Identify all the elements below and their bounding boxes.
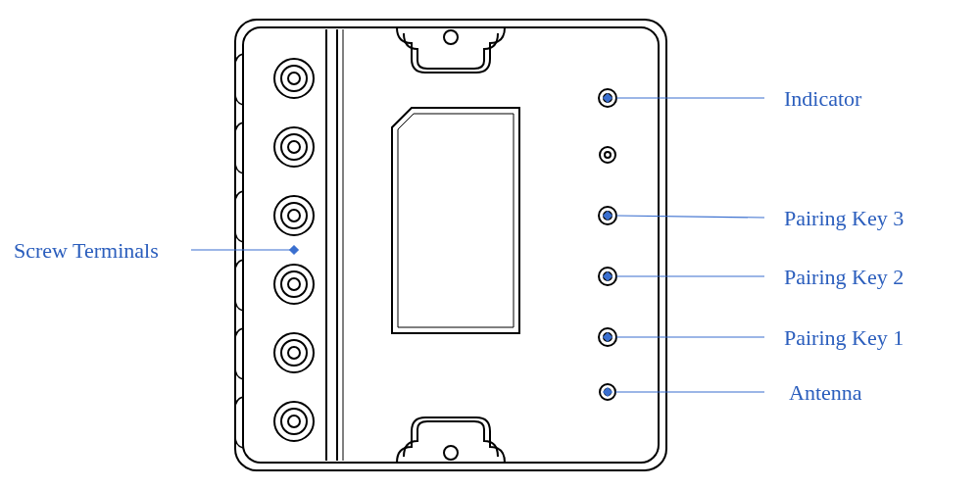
bottom-notch bbox=[397, 417, 505, 463]
screw-terminal-1 bbox=[274, 59, 314, 98]
svg-point-20 bbox=[600, 147, 615, 163]
svg-point-5 bbox=[288, 141, 300, 153]
label-screw-terminals: Screw Terminals bbox=[14, 238, 159, 264]
bottom-notch-inner bbox=[404, 421, 498, 457]
screw-terminal-6 bbox=[274, 402, 314, 441]
bottom-screw-hole bbox=[444, 446, 458, 460]
label-pairing-key-1: Pairing Key 1 bbox=[784, 325, 904, 351]
svg-point-11 bbox=[288, 278, 300, 290]
svg-point-7 bbox=[281, 203, 307, 228]
screw-terminal-2 bbox=[274, 127, 314, 167]
top-notch-inner bbox=[404, 33, 498, 69]
svg-rect-41 bbox=[604, 388, 612, 396]
screw-terminal-4 bbox=[274, 265, 314, 304]
label-antenna: Antenna bbox=[789, 380, 862, 406]
svg-point-10 bbox=[281, 271, 307, 297]
svg-point-14 bbox=[288, 347, 300, 359]
right-side-holes bbox=[599, 89, 616, 400]
svg-point-8 bbox=[288, 210, 300, 221]
svg-point-1 bbox=[281, 66, 307, 91]
label-pairing-key-3: Pairing Key 3 bbox=[784, 206, 904, 231]
aux-hole bbox=[600, 147, 615, 163]
svg-point-21 bbox=[605, 152, 611, 158]
top-screw-hole bbox=[444, 30, 458, 44]
screw-terminal-5 bbox=[274, 333, 314, 372]
terminal-block-edge bbox=[235, 54, 243, 448]
svg-point-4 bbox=[281, 134, 307, 160]
svg-point-2 bbox=[288, 73, 300, 84]
label-indicator: Indicator bbox=[784, 86, 861, 112]
svg-point-13 bbox=[281, 340, 307, 366]
svg-line-34 bbox=[616, 216, 764, 218]
screw-terminal-3 bbox=[274, 196, 314, 235]
svg-point-17 bbox=[288, 416, 300, 427]
center-recess bbox=[392, 108, 519, 333]
svg-rect-31 bbox=[290, 246, 298, 254]
svg-point-16 bbox=[281, 409, 307, 434]
case-outer-inner bbox=[243, 27, 659, 463]
top-notch bbox=[397, 27, 505, 73]
label-pairing-key-2: Pairing Key 2 bbox=[784, 265, 904, 290]
